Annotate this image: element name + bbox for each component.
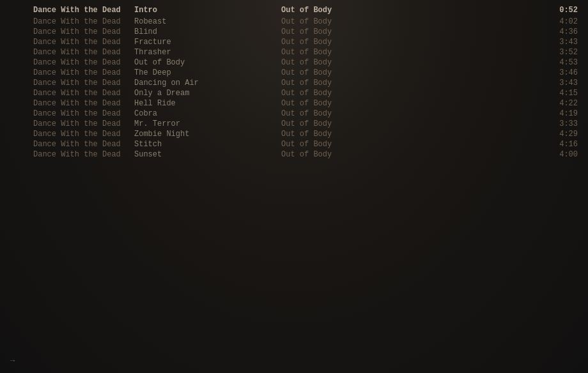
header-artist: Dance With the Dead [0,6,128,15]
track-title: Zombie Night [128,130,275,139]
table-row[interactable]: Dance With the Dead Zombie Night Out of … [0,129,588,139]
track-duration: 4:19 [550,109,588,118]
track-album: Out of Body [275,79,550,88]
table-row[interactable]: Dance With the Dead Only a Dream Out of … [0,88,588,98]
table-row[interactable]: Dance With the Dead Mr. Terror Out of Bo… [0,119,588,129]
track-artist: Dance With the Dead [0,109,128,118]
track-title: Mr. Terror [128,119,275,128]
track-artist: Dance With the Dead [0,27,128,36]
track-title: Thrasher [128,48,275,57]
track-title: Fracture [128,38,275,47]
track-duration: 4:02 [550,17,588,26]
bottom-arrow: → [10,356,15,365]
header-title: Intro [128,6,275,15]
track-duration: 3:43 [550,79,588,88]
track-title: Dancing on Air [128,79,275,88]
track-title: Sunset [128,150,275,159]
table-row[interactable]: Dance With the Dead Cobra Out of Body 4:… [0,109,588,119]
track-album: Out of Body [275,89,550,98]
track-album: Out of Body [275,119,550,128]
track-artist: Dance With the Dead [0,68,128,77]
track-title: Robeast [128,17,275,26]
table-row[interactable]: Dance With the Dead Blind Out of Body 4:… [0,27,588,37]
table-row[interactable]: Dance With the Dead Sunset Out of Body 4… [0,149,588,160]
track-title: Stitch [128,140,275,149]
track-album: Out of Body [275,109,550,118]
track-duration: 3:33 [550,119,588,128]
track-duration: 4:15 [550,89,588,98]
track-album: Out of Body [275,68,550,77]
track-title: Only a Dream [128,89,275,98]
header-album: Out of Body [275,6,550,15]
track-list-header: Dance With the Dead Intro Out of Body 0:… [0,5,588,15]
track-duration: 4:22 [550,99,588,108]
track-album: Out of Body [275,58,550,67]
table-row[interactable]: Dance With the Dead Hell Ride Out of Bod… [0,98,588,109]
track-duration: 4:36 [550,27,588,36]
track-album: Out of Body [275,27,550,36]
table-row[interactable]: Dance With the Dead Fracture Out of Body… [0,37,588,47]
track-duration: 3:52 [550,48,588,57]
track-list: Dance With the Dead Intro Out of Body 0:… [0,0,588,165]
table-row[interactable]: Dance With the Dead The Deep Out of Body… [0,68,588,78]
track-title: Out of Body [128,58,275,67]
track-title: Blind [128,27,275,36]
track-artist: Dance With the Dead [0,79,128,88]
track-duration: 3:43 [550,38,588,47]
track-artist: Dance With the Dead [0,17,128,26]
track-duration: 4:53 [550,58,588,67]
track-artist: Dance With the Dead [0,99,128,108]
track-album: Out of Body [275,17,550,26]
track-artist: Dance With the Dead [0,150,128,159]
track-album: Out of Body [275,130,550,139]
table-row[interactable]: Dance With the Dead Thrasher Out of Body… [0,47,588,57]
track-title: Cobra [128,109,275,118]
track-album: Out of Body [275,99,550,108]
table-row[interactable]: Dance With the Dead Out of Body Out of B… [0,57,588,68]
track-artist: Dance With the Dead [0,140,128,149]
table-row[interactable]: Dance With the Dead Robeast Out of Body … [0,17,588,27]
track-artist: Dance With the Dead [0,89,128,98]
track-duration: 4:00 [550,150,588,159]
track-title: The Deep [128,68,275,77]
track-artist: Dance With the Dead [0,119,128,128]
track-album: Out of Body [275,150,550,159]
track-duration: 3:46 [550,68,588,77]
header-duration: 0:52 [550,6,588,15]
track-album: Out of Body [275,140,550,149]
track-title: Hell Ride [128,99,275,108]
track-album: Out of Body [275,48,550,57]
table-row[interactable]: Dance With the Dead Dancing on Air Out o… [0,78,588,88]
track-album: Out of Body [275,38,550,47]
track-duration: 4:16 [550,140,588,149]
track-artist: Dance With the Dead [0,58,128,67]
track-artist: Dance With the Dead [0,130,128,139]
track-artist: Dance With the Dead [0,38,128,47]
track-duration: 4:29 [550,130,588,139]
table-row[interactable]: Dance With the Dead Stitch Out of Body 4… [0,139,588,149]
track-artist: Dance With the Dead [0,48,128,57]
